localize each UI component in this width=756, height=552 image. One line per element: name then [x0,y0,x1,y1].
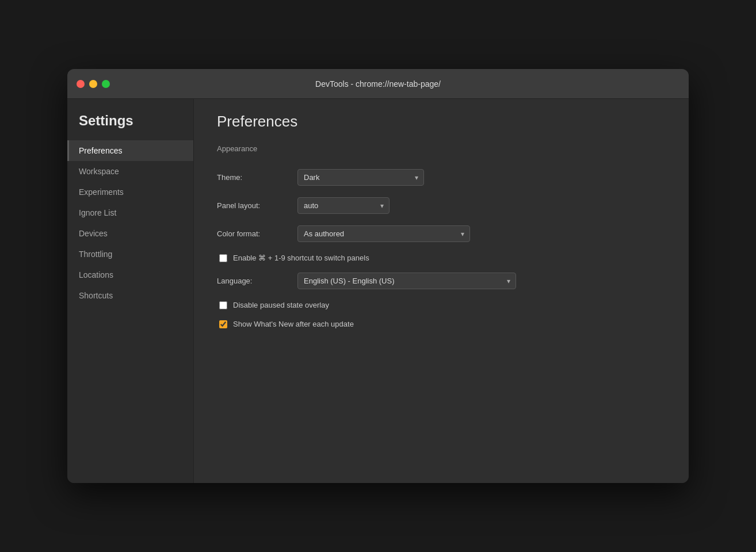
content-scroll[interactable]: Preferences Appearance Theme: Dark Panel… [194,99,689,483]
theme-select[interactable]: Dark [297,169,424,186]
appearance-section-title: Appearance [217,144,666,158]
close-button[interactable] [77,80,85,88]
language-row: Language: English (US) - English (US) [217,273,666,289]
language-label: Language: [217,277,297,285]
color-format-row: Color format: As authored [217,225,666,242]
language-select-wrapper: English (US) - English (US) [297,273,516,289]
sidebar-item-experiments[interactable]: Experiments [67,182,193,202]
theme-select-wrapper: Dark [297,169,424,186]
panel-layout-select-wrapper: auto [297,197,390,214]
theme-label: Theme: [217,173,297,182]
language-select[interactable]: English (US) - English (US) [297,273,516,289]
panel-layout-select[interactable]: auto [297,197,390,214]
traffic-lights [77,80,110,88]
titlebar: DevTools - chrome://new-tab-page/ [67,69,689,99]
sidebar: Settings Preferences Workspace Experimen… [67,99,194,483]
paused-state-label[interactable]: Disable paused state overlay [233,301,329,309]
minimize-button[interactable] [89,80,97,88]
shortcut-checkbox[interactable] [219,254,227,262]
whats-new-checkbox[interactable] [219,320,227,328]
page-title: Preferences [217,113,666,131]
sidebar-item-devices[interactable]: Devices [67,223,193,244]
theme-row: Theme: Dark [217,169,666,186]
sidebar-item-locations[interactable]: Locations [67,264,193,285]
shortcut-checkbox-label[interactable]: Enable ⌘ + 1-9 shortcut to switch panels [233,254,369,262]
sidebar-item-preferences[interactable]: Preferences [67,140,193,161]
panel-layout-label: Panel layout: [217,201,297,210]
paused-state-checkbox-row: Disable paused state overlay [217,301,666,309]
sidebar-item-workspace[interactable]: Workspace [67,161,193,182]
main-content: Settings Preferences Workspace Experimen… [67,99,689,483]
paused-state-checkbox[interactable] [219,301,227,309]
sidebar-heading: Settings [67,113,193,140]
sidebar-item-ignore-list[interactable]: Ignore List [67,202,193,223]
color-format-label: Color format: [217,229,297,238]
sidebar-item-shortcuts[interactable]: Shortcuts [67,285,193,306]
whats-new-label[interactable]: Show What's New after each update [233,320,354,328]
content-area: Preferences Appearance Theme: Dark Panel… [194,99,689,483]
color-format-select[interactable]: As authored [297,225,470,242]
maximize-button[interactable] [102,80,110,88]
titlebar-title: DevTools - chrome://new-tab-page/ [315,79,441,89]
color-format-select-wrapper: As authored [297,225,470,242]
whats-new-checkbox-row: Show What's New after each update [217,320,666,328]
devtools-window: DevTools - chrome://new-tab-page/ Settin… [67,69,689,483]
sidebar-item-throttling[interactable]: Throttling [67,244,193,264]
shortcut-checkbox-row: Enable ⌘ + 1-9 shortcut to switch panels [217,254,666,262]
panel-layout-row: Panel layout: auto [217,197,666,214]
